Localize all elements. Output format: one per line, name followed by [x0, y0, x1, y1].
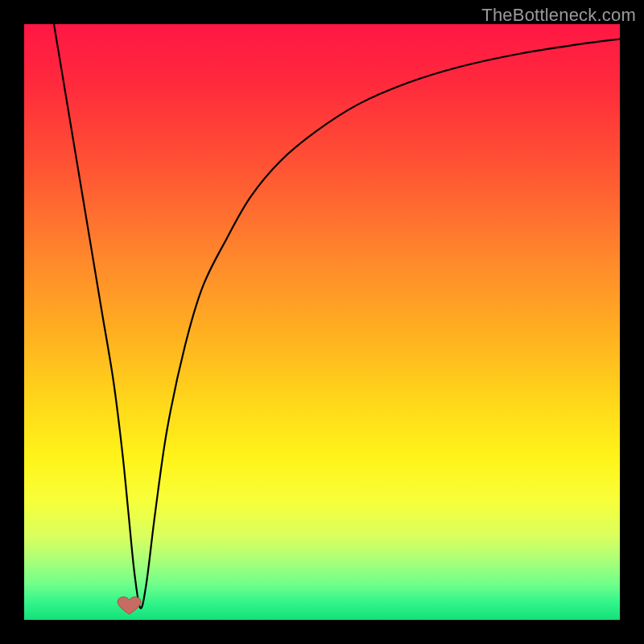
chart-frame: TheBottleneck.com — [0, 0, 644, 644]
bottleneck-curve — [54, 24, 620, 609]
plot-area — [24, 24, 620, 620]
plot-svg — [24, 24, 620, 620]
dip-marker-heart-icon — [118, 597, 141, 614]
watermark-text: TheBottleneck.com — [481, 5, 636, 26]
